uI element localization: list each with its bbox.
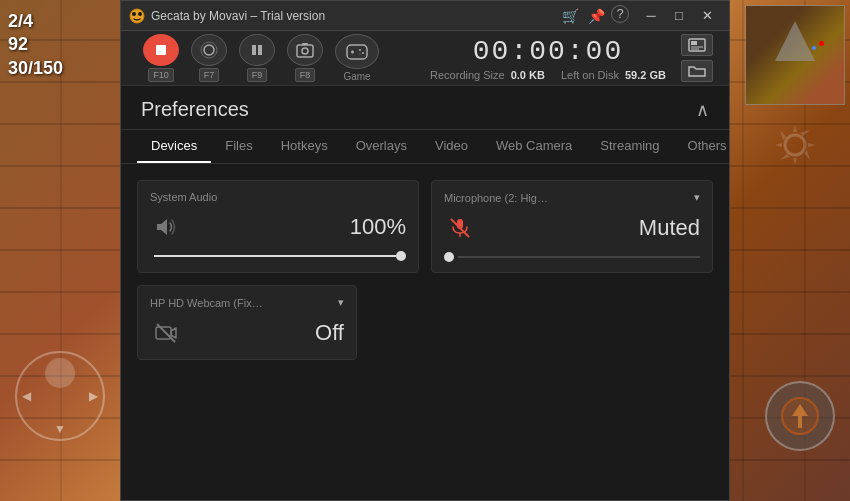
tab-devices[interactable]: Devices xyxy=(137,130,211,163)
system-audio-header: System Audio xyxy=(150,191,406,203)
joystick-left-arrow: ◀ xyxy=(22,389,31,403)
maximize-button[interactable]: □ xyxy=(665,2,693,30)
system-audio-slider[interactable] xyxy=(154,255,396,257)
hud-minimap xyxy=(745,5,845,105)
titlebar-title: Gecata by Movavi – Trial version xyxy=(151,9,559,23)
window-controls: ─ □ ✕ xyxy=(637,2,721,30)
preferences-panel: Preferences ∧ Devices Files Hotkeys Over… xyxy=(121,86,729,500)
system-audio-body: 100% xyxy=(150,211,406,243)
webcam-card: HP HD Webcam (Fix… ▾ Off xyxy=(137,285,357,360)
svg-rect-5 xyxy=(156,45,166,55)
joystick-right-arrow: ▶ xyxy=(89,389,98,403)
recording-size-label: Recording Size xyxy=(430,69,505,81)
microphone-value: Muted xyxy=(639,215,700,241)
devices-row-audio: System Audio 100% xyxy=(137,180,713,273)
titlebar-icon-group: 🛒 📌 ? xyxy=(559,5,629,27)
tab-streaming[interactable]: Streaming xyxy=(586,130,673,163)
tab-hotkeys[interactable]: Hotkeys xyxy=(267,130,342,163)
overlay-button[interactable] xyxy=(681,34,713,56)
disk-space-item: Left on Disk 59.2 GB xyxy=(561,69,666,81)
hud-settings-icon xyxy=(770,120,820,170)
system-audio-title: System Audio xyxy=(150,191,217,203)
mic-muted-icon xyxy=(444,212,476,244)
audio-button[interactable]: F7 xyxy=(185,34,233,82)
recording-size-item: Recording Size 0.0 KB xyxy=(430,69,545,81)
timer-info: Recording Size 0.0 KB Left on Disk 59.2 … xyxy=(430,69,666,81)
devices-row-webcam: HP HD Webcam (Fix… ▾ Off xyxy=(137,285,713,360)
record-button[interactable]: F10 xyxy=(137,34,185,82)
toolbar-right-buttons xyxy=(681,34,713,82)
timer-section: 00:00:00 Recording Size 0.0 KB Left on D… xyxy=(385,36,681,81)
tab-video[interactable]: Video xyxy=(421,130,482,163)
svg-rect-12 xyxy=(302,43,308,45)
speaker-icon xyxy=(150,211,182,243)
audio-icon xyxy=(191,34,227,66)
recording-size-value: 0.0 KB xyxy=(511,69,545,81)
titlebar: Gecata by Movavi – Trial version 🛒 📌 ? ─… xyxy=(121,1,729,31)
svg-point-17 xyxy=(362,52,364,54)
svg-point-18 xyxy=(360,53,361,54)
record-icon xyxy=(143,34,179,66)
preferences-header: Preferences ∧ xyxy=(121,86,729,130)
preferences-title: Preferences xyxy=(141,98,249,121)
close-button[interactable]: ✕ xyxy=(693,2,721,30)
collapse-button[interactable]: ∧ xyxy=(696,99,709,121)
tab-overlays[interactable]: Overlays xyxy=(342,130,421,163)
pause-shortcut: F9 xyxy=(247,68,268,82)
minimap-player xyxy=(775,21,815,61)
pin-icon[interactable]: 📌 xyxy=(585,5,607,27)
svg-point-11 xyxy=(302,48,308,54)
svg-rect-8 xyxy=(252,45,256,55)
microphone-slider-thumb[interactable] xyxy=(444,252,454,262)
record-shortcut: F10 xyxy=(148,68,174,82)
svg-point-16 xyxy=(359,49,361,51)
cart-icon[interactable]: 🛒 xyxy=(559,5,581,27)
system-audio-slider-thumb[interactable] xyxy=(396,251,406,261)
timer-display: 00:00:00 xyxy=(473,36,623,67)
tab-files[interactable]: Files xyxy=(211,130,266,163)
hud-joystick[interactable]: ◀ ▶ ▼ xyxy=(15,351,105,441)
hud-action-button[interactable] xyxy=(765,381,835,451)
tab-webcamera[interactable]: Web Camera xyxy=(482,130,586,163)
webcam-body: Off xyxy=(150,317,344,349)
help-icon[interactable]: ? xyxy=(611,5,629,23)
svg-point-3 xyxy=(132,12,136,16)
microphone-slider[interactable] xyxy=(458,256,700,258)
app-icon xyxy=(129,8,145,24)
tab-others[interactable]: Others xyxy=(674,130,729,163)
microphone-title: Microphone (2: Hig… xyxy=(444,192,548,204)
tabs-bar: Devices Files Hotkeys Overlays Video Web… xyxy=(121,130,729,164)
svg-rect-10 xyxy=(297,45,313,57)
joystick-down-arrow: ▼ xyxy=(54,422,66,436)
tab-content-devices: System Audio 100% xyxy=(121,164,729,500)
system-audio-value: 100% xyxy=(350,214,406,240)
svg-rect-9 xyxy=(258,45,262,55)
minimize-button[interactable]: ─ xyxy=(637,2,665,30)
audio-shortcut: F7 xyxy=(199,68,220,82)
minimap-enemy xyxy=(819,41,824,46)
minimap-ally xyxy=(812,46,816,50)
microphone-card: Microphone (2: Hig… ▾ Muted xyxy=(431,180,713,273)
folder-button[interactable] xyxy=(681,60,713,82)
pause-icon xyxy=(239,34,275,66)
webcam-dropdown[interactable]: ▾ xyxy=(338,296,344,309)
hud-score: 2/4 92 30/150 xyxy=(8,10,63,80)
pause-button[interactable]: F9 xyxy=(233,34,281,82)
toolbar: F10 F7 F9 xyxy=(121,31,729,86)
screenshot-button[interactable]: F8 xyxy=(281,34,329,82)
webcam-header: HP HD Webcam (Fix… ▾ xyxy=(150,296,344,309)
svg-point-6 xyxy=(204,45,214,55)
webcam-value: Off xyxy=(315,320,344,346)
microphone-footer xyxy=(444,252,700,262)
app-window: Gecata by Movavi – Trial version 🛒 📌 ? ─… xyxy=(120,0,730,501)
webcam-off-icon xyxy=(150,317,182,349)
svg-point-2 xyxy=(130,9,144,23)
microphone-dropdown[interactable]: ▾ xyxy=(694,191,700,204)
game-label: Game xyxy=(343,71,370,82)
system-audio-footer xyxy=(150,251,406,261)
game-mode-button[interactable]: Game xyxy=(329,34,385,82)
screenshot-icon xyxy=(287,34,323,66)
game-icon xyxy=(335,34,379,69)
svg-rect-13 xyxy=(347,45,367,59)
system-audio-card: System Audio 100% xyxy=(137,180,419,273)
